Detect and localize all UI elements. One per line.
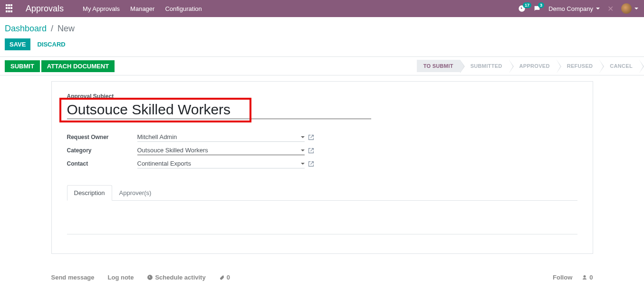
menu-my-approvals[interactable]: My Approvals	[83, 5, 120, 12]
user-menu[interactable]	[621, 3, 638, 14]
breadcrumb-current: New	[58, 24, 75, 33]
apps-menu-icon[interactable]	[6, 4, 14, 13]
contact-external-link[interactable]	[305, 161, 318, 167]
category-external-link[interactable]	[305, 148, 318, 154]
log-note-button[interactable]: Log note	[108, 274, 134, 281]
followers-button[interactable]: 0	[582, 274, 593, 281]
subject-wrapper	[67, 101, 371, 119]
status-approved[interactable]: APPROVED	[509, 60, 557, 72]
form-tabs: Description Approver(s)	[67, 185, 577, 201]
tab-description[interactable]: Description	[67, 185, 112, 201]
divider	[67, 234, 577, 234]
discard-button[interactable]: DISCARD	[37, 41, 65, 48]
top-menu: My Approvals Manager Configuration	[83, 5, 202, 12]
request-owner-label: Request Owner	[67, 134, 137, 140]
request-owner-external-link[interactable]	[305, 134, 318, 140]
menu-configuration[interactable]: Configuration	[165, 5, 202, 12]
chevron-down-icon	[301, 163, 305, 165]
category-input[interactable]: Outsouce Skilled Workers	[137, 146, 305, 155]
person-icon	[582, 275, 587, 280]
chevron-down-icon	[596, 8, 600, 9]
breadcrumb: Dashboard / New	[0, 17, 644, 36]
activities-button[interactable]: 17	[518, 5, 526, 12]
main-navbar: Approvals My Approvals Manager Configura…	[0, 0, 644, 17]
request-owner-input[interactable]: Mitchell Admin	[137, 132, 305, 142]
attach-document-button[interactable]: ATTACH DOCUMENT	[41, 60, 115, 72]
status-to-submit[interactable]: TO SUBMIT	[417, 60, 460, 72]
status-cancel[interactable]: CANCEL	[599, 60, 639, 72]
schedule-activity-button[interactable]: Schedule activity	[147, 274, 205, 281]
contact-label: Contact	[67, 160, 137, 167]
content-scroll[interactable]: SUBMIT ATTACH DOCUMENT TO SUBMIT SUBMITT…	[0, 56, 644, 289]
send-message-button[interactable]: Send message	[51, 274, 95, 281]
status-submitted[interactable]: SUBMITTED	[460, 60, 509, 72]
status-bar: TO SUBMIT SUBMITTED APPROVED REFUSED CAN…	[417, 60, 639, 72]
form-fields: Request Owner Mitchell Admin Category Ou…	[67, 132, 577, 168]
breadcrumb-separator: /	[51, 24, 53, 33]
messages-button[interactable]: 3	[533, 5, 541, 12]
follow-button[interactable]: Follow	[553, 274, 572, 281]
tab-approvers[interactable]: Approver(s)	[112, 185, 159, 201]
company-name: Demo Company	[548, 5, 593, 12]
submit-button[interactable]: SUBMIT	[5, 60, 40, 72]
debug-icon[interactable]: ✕	[607, 4, 614, 13]
chevron-down-icon	[301, 149, 305, 151]
edit-actions: SAVE DISCARD	[0, 36, 644, 56]
chevron-down-icon	[301, 136, 305, 138]
tab-content-description	[67, 201, 577, 242]
attachments-button[interactable]: 0	[219, 274, 230, 281]
save-button[interactable]: SAVE	[5, 38, 30, 50]
status-refused[interactable]: REFUSED	[557, 60, 600, 72]
messages-badge: 3	[538, 2, 544, 8]
form-sheet: Approval Subject Request Owner Mitchell …	[51, 81, 593, 254]
category-label: Category	[67, 147, 137, 154]
approval-subject-input[interactable]	[67, 101, 371, 119]
external-link-icon	[308, 148, 314, 154]
external-link-icon	[308, 134, 314, 140]
external-link-icon	[308, 161, 314, 167]
company-selector[interactable]: Demo Company	[548, 5, 600, 12]
contact-input[interactable]: Continental Exports	[137, 159, 305, 168]
avatar	[621, 3, 632, 14]
app-brand: Approvals	[26, 4, 64, 14]
form-header: SUBMIT ATTACH DOCUMENT TO SUBMIT SUBMITT…	[0, 57, 644, 75]
chatter: Send message Log note Schedule activity …	[51, 268, 593, 287]
activities-badge: 17	[523, 2, 531, 8]
chevron-down-icon	[634, 8, 638, 9]
menu-manager[interactable]: Manager	[130, 5, 154, 12]
breadcrumb-root[interactable]: Dashboard	[5, 24, 47, 33]
paperclip-icon	[219, 275, 225, 280]
clock-icon	[147, 274, 153, 280]
subject-label: Approval Subject	[67, 93, 577, 100]
